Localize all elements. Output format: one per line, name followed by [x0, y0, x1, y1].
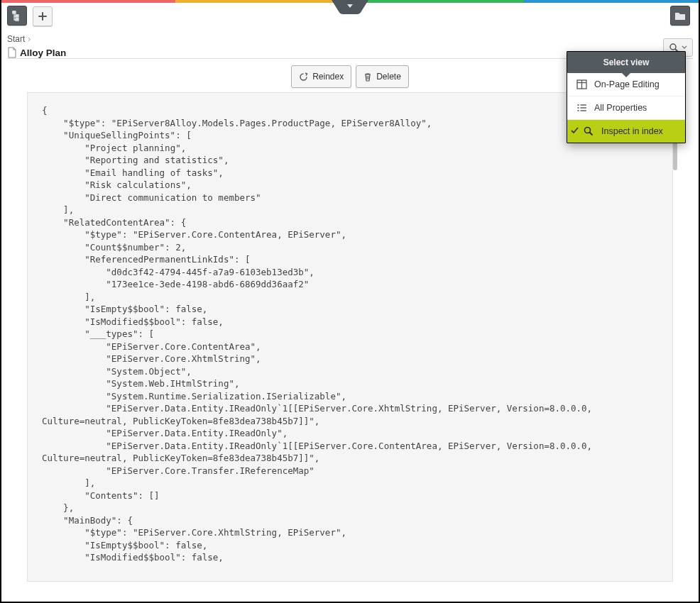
assets-panel-button[interactable]: [670, 6, 690, 26]
breadcrumb-separator: ›: [25, 34, 33, 44]
svg-point-16: [585, 128, 591, 133]
popover-caret: [622, 73, 630, 77]
refresh-icon: [299, 72, 308, 82]
view-option-allproperties[interactable]: All Properties: [567, 96, 685, 119]
popover-title: Select view: [603, 57, 650, 67]
new-button[interactable]: [33, 6, 53, 26]
layout-icon: [576, 79, 587, 90]
breadcrumb-root[interactable]: Start: [7, 34, 25, 44]
svg-rect-0: [13, 11, 16, 13]
chevron-down-icon: [682, 45, 687, 50]
svg-rect-1: [16, 15, 18, 17]
reindex-button[interactable]: Reindex: [291, 65, 351, 88]
list-icon: [576, 102, 587, 114]
view-option-inspect[interactable]: Inspect in index: [567, 119, 685, 143]
reindex-label: Reindex: [312, 72, 344, 82]
view-option-label: On-Page Editing: [594, 79, 660, 89]
tree-icon: [11, 10, 23, 21]
delete-button[interactable]: Delete: [356, 65, 409, 88]
scrollbar[interactable]: [673, 92, 677, 582]
delete-label: Delete: [376, 72, 401, 82]
check-icon: [570, 126, 579, 136]
plus-icon: [38, 11, 48, 21]
folder-icon: [674, 11, 686, 21]
view-option-label: Inspect in index: [601, 126, 663, 136]
svg-line-17: [590, 133, 593, 135]
svg-rect-2: [16, 18, 18, 21]
code-panel: { "$type": "EPiServer8Alloy.Models.Pages…: [27, 92, 673, 582]
view-option-label: All Properties: [594, 103, 647, 113]
search-icon: [583, 126, 594, 137]
svg-point-10: [577, 104, 579, 106]
trash-icon: [363, 72, 372, 82]
svg-point-12: [577, 107, 579, 109]
popover-header: Select view: [567, 52, 685, 73]
page-title: Alloy Plan: [20, 48, 66, 58]
code-content: { "$type": "EPiServer8Alloy.Models.Pages…: [28, 93, 672, 575]
breadcrumb: Start›: [7, 34, 33, 44]
svg-point-14: [577, 110, 579, 111]
page-icon: [7, 47, 17, 58]
tree-toggle-button[interactable]: [7, 6, 27, 26]
select-view-popover: Select view On-Page Editing All Proper: [567, 51, 686, 143]
top-accent-bar: [1, 0, 699, 3]
svg-point-3: [670, 44, 676, 50]
